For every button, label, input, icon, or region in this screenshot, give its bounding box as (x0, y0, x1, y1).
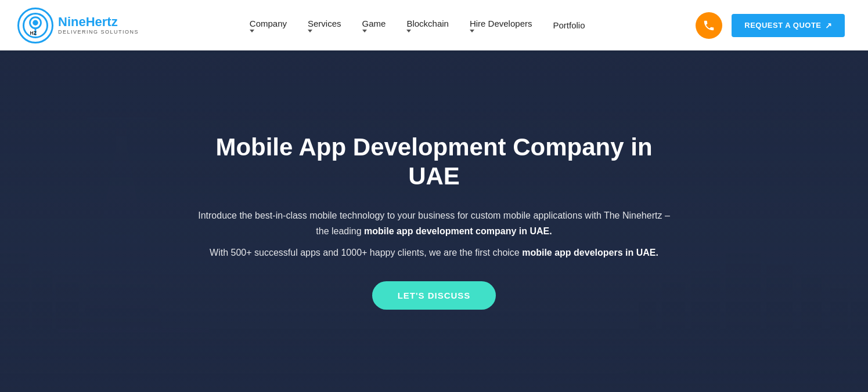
hero-section: Mobile App Development Company in UAE In… (0, 50, 868, 392)
chevron-down-icon (470, 30, 474, 32)
request-quote-button[interactable]: REQUEST A QUOTE ↗ (732, 14, 845, 37)
nav-item-hire-developers[interactable]: Hire Developers (470, 19, 532, 32)
logo-icon: HZ (17, 8, 53, 43)
chevron-down-icon (250, 30, 254, 32)
logo-tagline: DELIVERING SOLUTIONS (58, 30, 139, 35)
phone-button[interactable] (696, 12, 722, 39)
svg-text:HZ: HZ (30, 30, 37, 36)
navbar: HZ NineHertz DELIVERING SOLUTIONS Compan… (0, 0, 868, 50)
chevron-down-icon (308, 30, 312, 32)
nav-item-game[interactable]: Game (362, 19, 386, 32)
svg-point-1 (33, 20, 38, 26)
phone-icon (703, 19, 715, 32)
nav-item-services[interactable]: Services (308, 19, 341, 32)
nav-item-company[interactable]: Company (250, 19, 287, 32)
chevron-down-icon (406, 30, 411, 32)
nav-item-blockchain[interactable]: Blockchain (406, 19, 449, 32)
chevron-down-icon (362, 30, 367, 32)
hero-content: Mobile App Development Company in UAE In… (185, 133, 684, 310)
nav-links: Company Services Game Blockchain Hire De… (250, 19, 585, 32)
lets-discuss-button[interactable]: LET'S DISCUSS (372, 281, 496, 310)
hero-description-2: With 500+ successful apps and 1000+ happ… (196, 245, 672, 260)
hero-title: Mobile App Development Company in UAE (196, 133, 672, 191)
hero-description-1: Introduce the best-in-class mobile techn… (196, 208, 672, 239)
logo-name: NineHertz (58, 16, 139, 28)
logo-text: NineHertz DELIVERING SOLUTIONS (58, 16, 139, 35)
nav-right: REQUEST A QUOTE ↗ (696, 12, 845, 39)
logo-hz-badge: HZ (23, 13, 48, 38)
arrow-icon: ↗ (825, 21, 833, 30)
logo[interactable]: HZ NineHertz DELIVERING SOLUTIONS (17, 8, 139, 43)
nav-item-portfolio[interactable]: Portfolio (553, 20, 585, 30)
